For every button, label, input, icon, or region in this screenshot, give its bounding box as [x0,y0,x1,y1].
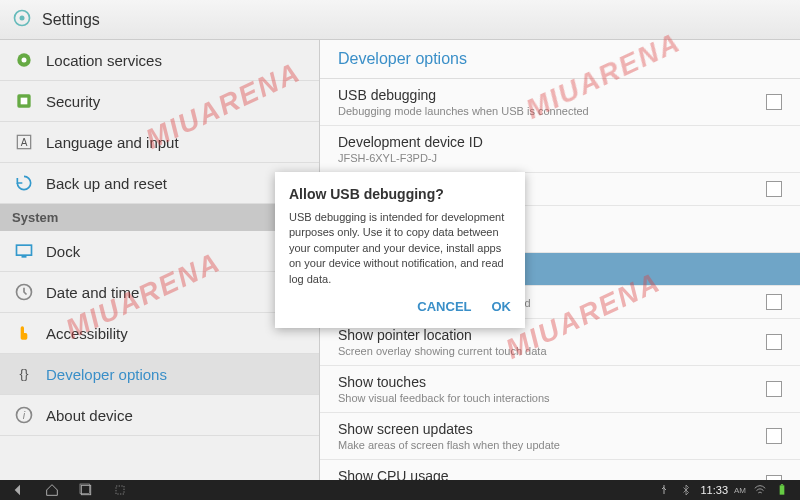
dialog-title: Allow USB debugging? [289,186,511,202]
dialog-overlay: Allow USB debugging? USB debugging is in… [0,0,800,500]
cancel-button[interactable]: CANCEL [417,299,471,314]
usb-debugging-dialog: Allow USB debugging? USB debugging is in… [275,172,525,328]
dialog-body: USB debugging is intended for developmen… [289,210,511,287]
ok-button[interactable]: OK [492,299,512,314]
